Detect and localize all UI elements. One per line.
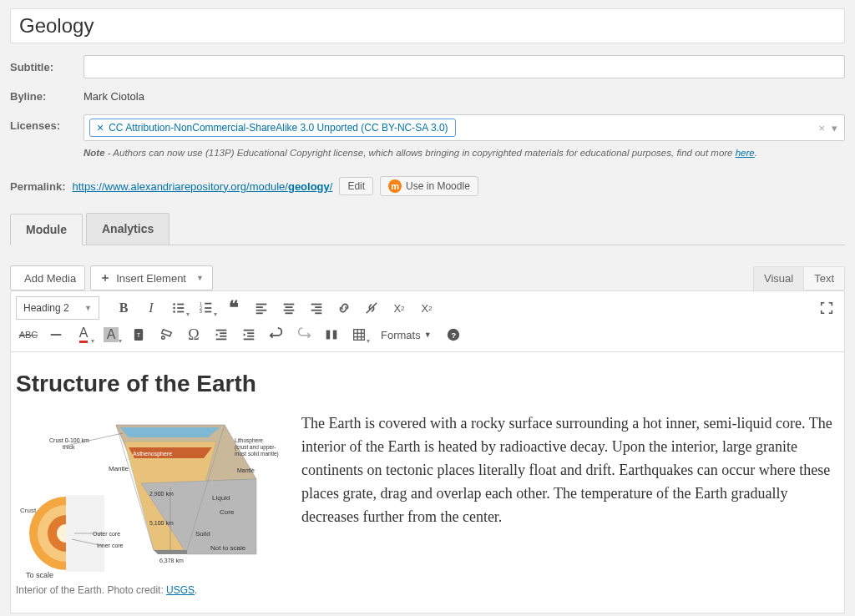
text-color-button[interactable]: A bbox=[71, 323, 96, 346]
blockquote-button[interactable]: ❝ bbox=[221, 296, 246, 320]
svg-text:3: 3 bbox=[200, 309, 202, 314]
svg-rect-25 bbox=[315, 312, 321, 314]
plus-icon: ＋ bbox=[99, 270, 111, 285]
use-in-moodle-button[interactable]: m Use in Moodle bbox=[380, 176, 478, 196]
subtitle-input[interactable] bbox=[83, 55, 845, 78]
note-here-link[interactable]: here bbox=[736, 148, 755, 158]
clear-formatting-button[interactable] bbox=[154, 323, 179, 346]
numbered-list-button[interactable]: 123 bbox=[194, 296, 219, 320]
unlink-button[interactable] bbox=[359, 296, 384, 320]
link-button[interactable] bbox=[331, 296, 357, 320]
permalink-link[interactable]: https://www.alexandriarepository.org/mod… bbox=[72, 180, 332, 193]
superscript-button[interactable]: X2 bbox=[414, 296, 439, 320]
content-heading[interactable]: Structure of the Earth bbox=[16, 371, 839, 397]
paste-text-button[interactable]: T bbox=[126, 323, 151, 346]
paragraph-format-select[interactable]: Heading 2 ▼ bbox=[16, 296, 99, 320]
clear-licenses-icon[interactable]: × bbox=[813, 122, 830, 134]
svg-text:6,378 km: 6,378 km bbox=[159, 558, 184, 563]
align-left-button[interactable] bbox=[249, 296, 274, 320]
svg-rect-39 bbox=[326, 331, 331, 340]
svg-rect-34 bbox=[216, 339, 227, 341]
svg-rect-13 bbox=[205, 311, 211, 313]
bullet-list-button[interactable] bbox=[166, 296, 191, 320]
svg-text:Core: Core bbox=[220, 508, 235, 516]
svg-text:Not to scale: Not to scale bbox=[210, 544, 246, 552]
svg-text:2,900 km: 2,900 km bbox=[149, 491, 174, 497]
moodle-icon: m bbox=[388, 179, 402, 193]
license-tag[interactable]: × CC Attribution-NonCommercial-ShareAlik… bbox=[89, 119, 456, 137]
title-input[interactable] bbox=[10, 8, 845, 43]
caption-credit-link[interactable]: USGS bbox=[166, 584, 195, 596]
chevron-down-icon: ▼ bbox=[84, 304, 92, 312]
licenses-label: Licenses: bbox=[10, 114, 75, 132]
svg-text:Mantle: Mantle bbox=[237, 467, 255, 473]
redo-button[interactable] bbox=[291, 323, 316, 346]
undo-button[interactable] bbox=[264, 323, 289, 346]
background-color-button[interactable]: A bbox=[99, 323, 124, 346]
svg-text:Outer core: Outer core bbox=[93, 531, 120, 537]
svg-rect-5 bbox=[177, 307, 184, 309]
svg-text:most solid mantle): most solid mantle) bbox=[235, 451, 279, 457]
svg-rect-31 bbox=[216, 330, 227, 331]
table-button[interactable] bbox=[347, 323, 372, 346]
horizontal-rule-button[interactable] bbox=[43, 323, 68, 346]
byline-value: Mark Ciotola bbox=[83, 90, 144, 103]
editor-content-area[interactable]: Structure of the Earth Crust T bbox=[10, 352, 845, 613]
svg-marker-61 bbox=[154, 550, 187, 554]
outdent-button[interactable] bbox=[209, 323, 234, 346]
italic-button[interactable]: I bbox=[139, 296, 164, 320]
permalink-label: Permalink: bbox=[10, 180, 65, 193]
svg-text:(crust and upper-: (crust and upper- bbox=[235, 444, 276, 451]
tab-module[interactable]: Module bbox=[10, 214, 83, 245]
help-button[interactable]: ? bbox=[441, 323, 466, 346]
svg-text:Lithosphere: Lithosphere bbox=[235, 437, 263, 444]
remove-license-icon[interactable]: × bbox=[97, 122, 104, 134]
svg-text:Crust: Crust bbox=[20, 507, 37, 514]
svg-point-4 bbox=[173, 307, 175, 310]
strikethrough-button[interactable]: ABC bbox=[16, 323, 41, 346]
svg-rect-20 bbox=[284, 310, 295, 311]
indent-button[interactable] bbox=[236, 323, 261, 346]
svg-text:Solid: Solid bbox=[195, 530, 210, 538]
svg-text:Crust 0-100 km: Crust 0-100 km bbox=[49, 437, 89, 443]
svg-text:?: ? bbox=[451, 331, 456, 340]
svg-text:T: T bbox=[137, 331, 141, 339]
find-replace-button[interactable] bbox=[319, 323, 344, 346]
formats-dropdown[interactable]: Formats ▼ bbox=[374, 326, 438, 345]
svg-text:To scale: To scale bbox=[26, 571, 53, 579]
svg-rect-40 bbox=[333, 331, 337, 340]
svg-rect-27 bbox=[51, 334, 62, 336]
align-right-button[interactable] bbox=[304, 296, 329, 320]
svg-point-2 bbox=[173, 303, 175, 305]
edit-permalink-button[interactable]: Edit bbox=[339, 177, 373, 195]
licenses-select[interactable]: × CC Attribution-NonCommercial-ShareAlik… bbox=[83, 114, 845, 141]
svg-rect-22 bbox=[311, 304, 322, 305]
special-character-button[interactable]: Ω bbox=[181, 323, 206, 346]
fullscreen-button[interactable] bbox=[814, 296, 839, 320]
subscript-button[interactable]: X2 bbox=[387, 296, 412, 320]
svg-rect-16 bbox=[256, 310, 267, 311]
licenses-dropdown-icon[interactable]: ▾ bbox=[830, 122, 839, 134]
add-media-button[interactable]: Add Media bbox=[10, 265, 85, 290]
insert-element-button[interactable]: ＋ Insert Element ▼ bbox=[90, 265, 213, 290]
svg-rect-7 bbox=[177, 311, 184, 313]
svg-text:Liquid: Liquid bbox=[212, 494, 230, 502]
svg-rect-9 bbox=[205, 303, 211, 305]
content-paragraph[interactable]: The Earth is covered with a rocky surfac… bbox=[301, 412, 839, 528]
align-center-button[interactable] bbox=[276, 296, 301, 320]
earth-interior-image: Crust To scale Asthenosphere bbox=[16, 412, 283, 579]
svg-rect-24 bbox=[311, 310, 322, 311]
svg-rect-14 bbox=[256, 304, 267, 305]
visual-mode-tab[interactable]: Visual bbox=[753, 266, 803, 290]
bold-button[interactable]: B bbox=[111, 296, 136, 320]
text-mode-tab[interactable]: Text bbox=[803, 266, 845, 290]
chevron-down-icon: ▼ bbox=[196, 274, 204, 282]
byline-label: Byline: bbox=[10, 90, 75, 103]
chevron-down-icon: ▼ bbox=[424, 331, 432, 339]
svg-rect-18 bbox=[284, 304, 295, 305]
svg-text:Asthenosphere: Asthenosphere bbox=[133, 451, 172, 457]
figure-caption[interactable]: Interior of the Earth. Photo credit: USG… bbox=[16, 584, 283, 596]
license-note: Note - Authors can now use (113P) Educat… bbox=[83, 148, 845, 158]
content-figure[interactable]: Crust To scale Asthenosphere bbox=[16, 412, 283, 596]
tab-analytics[interactable]: Analytics bbox=[86, 213, 169, 245]
